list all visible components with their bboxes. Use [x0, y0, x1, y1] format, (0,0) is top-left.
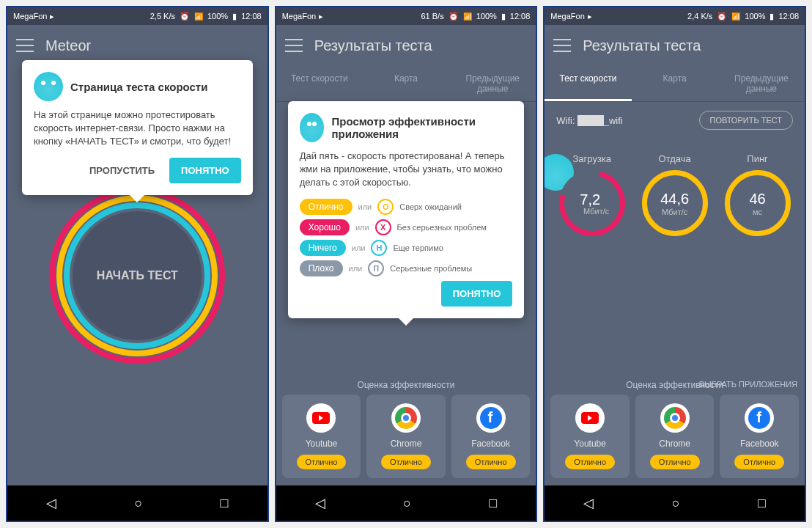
tab-speed[interactable]: Тест скорости [276, 66, 363, 101]
app-title: Результаты теста [583, 37, 701, 54]
metric-label: Загрузка [572, 153, 611, 164]
fb-icon [745, 403, 774, 433]
tab-map[interactable]: Карта [363, 66, 449, 101]
tab-history[interactable]: Предыдущие данные [449, 66, 536, 101]
phone-screen-2: MegaFon ▸ 61 B/s⏰100%▮12:08 Результаты т… [275, 6, 538, 522]
rating-pill: Ничего [300, 240, 346, 256]
tabs: Тест скорости Карта Предыдущие данные [276, 66, 536, 102]
app-card[interactable]: Youtube Отлично [550, 395, 630, 478]
intro-tooltip: Страница теста скорости На этой странице… [22, 60, 253, 195]
battery-label: 100% [207, 12, 228, 21]
tabs: Тест скорости Карта Предыдущие данные [545, 66, 805, 102]
wifi-label: Wifi: [556, 115, 575, 126]
fb-icon [476, 403, 506, 433]
start-test-circle[interactable]: НАЧАТЬ ТЕСТ [49, 188, 225, 364]
status-bar: MegaFon ▸ 61 B/s⏰100%▮12:08 [276, 7, 536, 25]
phone-screen-3: MegaFon ▸ 2,4 K/s⏰100%▮12:08 Результаты … [543, 6, 806, 522]
apps-section: Оценка эффективности Youtube Отлично Chr… [276, 368, 536, 485]
metric-value: 44,6 [660, 191, 689, 208]
start-test-label: НАЧАТЬ ТЕСТ [73, 211, 202, 340]
legend-row: Плохо или П Серьезные проблемы [300, 260, 513, 276]
tab-speed[interactable]: Тест скорости [545, 66, 631, 101]
recent-button[interactable]: □ [221, 496, 229, 511]
app-title: Meteor [45, 37, 91, 54]
rating-desc: Еще терпимо [393, 243, 443, 252]
recent-button[interactable]: □ [758, 496, 766, 511]
menu-icon[interactable] [553, 39, 571, 52]
select-apps-button[interactable]: ВЫБРАТЬ ПРИЛОЖЕНИЯ [699, 380, 797, 389]
metric-label: Отдача [659, 153, 691, 164]
yt-icon [306, 403, 336, 433]
home-button[interactable]: ○ [672, 496, 680, 511]
rating-pill: Отлично [300, 199, 353, 215]
yt-icon [575, 403, 605, 433]
skip-button[interactable]: ПРОПУСТИТЬ [81, 158, 163, 183]
app-bar: Результаты теста [545, 25, 805, 66]
app-rating: Отлично [381, 455, 431, 469]
back-button[interactable]: ◁ [583, 495, 594, 511]
status-bar: MegaFon ▸ 2,4 K/s⏰100%▮12:08 [545, 7, 805, 25]
app-name: Facebook [740, 439, 779, 449]
nav-bar: ◁ ○ □ [7, 485, 267, 521]
metrics-row: Загрузка 7,2 Мбит/с Отдача 44,6 Мбит/с П… [545, 139, 805, 265]
tab-map[interactable]: Карта [632, 66, 718, 101]
back-button[interactable]: ◁ [315, 495, 325, 511]
app-name: Youtube [574, 439, 606, 449]
legend-row: Ничего или Н Еще терпимо [300, 240, 513, 256]
app-name: Chrome [391, 439, 422, 449]
menu-icon[interactable] [16, 39, 34, 52]
ok-button[interactable]: ПОНЯТНО [441, 281, 513, 307]
home-button[interactable]: ○ [403, 496, 411, 511]
nav-bar: ◁ ○ □ [276, 485, 536, 521]
metric-circle: 44,6 Мбит/с [642, 170, 708, 236]
metric-unit: Мбит/с [583, 206, 609, 215]
metric-unit: мс [753, 208, 762, 216]
rating-pill: Плохо [300, 260, 343, 276]
recent-button[interactable]: □ [489, 496, 497, 511]
section-label: Оценка эффективности [276, 375, 536, 395]
tooltip-title: Просмотр эффективности приложения [331, 115, 512, 140]
metric: Загрузка 7,2 Мбит/с [559, 153, 625, 236]
metric-label: Пинг [747, 153, 768, 164]
mascot-icon [300, 113, 325, 142]
app-bar: Результаты теста [276, 25, 536, 66]
apps-section: Оценка эффективности ВЫБРАТЬ ПРИЛОЖЕНИЯ … [545, 368, 805, 485]
app-card[interactable]: Chrome Отлично [366, 395, 446, 478]
app-rating: Отлично [734, 455, 784, 469]
menu-icon[interactable] [285, 39, 303, 52]
app-card[interactable]: Youtube Отлично [282, 395, 361, 478]
rating-abbr: П [368, 260, 384, 276]
legend-row: Отлично или О Сверх ожиданий [300, 199, 513, 215]
rating-desc: Сверх ожиданий [399, 202, 462, 211]
rating-abbr: Н [371, 240, 387, 256]
rating-abbr: Х [375, 219, 391, 235]
ok-button[interactable]: ПОНЯТНО [169, 158, 241, 183]
rating-pill: Хорошо [300, 219, 350, 235]
section-label: Оценка эффективности ВЫБРАТЬ ПРИЛОЖЕНИЯ [545, 375, 805, 395]
app-rating: Отлично [565, 455, 615, 469]
metric-circle: 7,2 Мбит/с [547, 158, 637, 249]
app-name: Chrome [659, 439, 690, 449]
app-card[interactable]: Facebook Отлично [720, 395, 799, 478]
status-bar: MegaFon ▸ 2,5 K/s⏰100%▮12:08 [7, 7, 267, 25]
app-name: Youtube [306, 439, 338, 449]
rating-desc: Серьезные проблемы [390, 264, 472, 273]
carrier-label: MegaFon [13, 12, 47, 21]
wifi-name: _wifi [604, 115, 623, 126]
metric: Пинг 46 мс [725, 153, 791, 236]
home-button[interactable]: ○ [134, 496, 142, 511]
rating-abbr: О [377, 199, 394, 215]
speed-label: 2,5 K/s [150, 12, 175, 21]
metric-value: 7,2 [580, 191, 600, 208]
tooltip-title: Страница теста скорости [70, 81, 207, 93]
retry-button[interactable]: ПОВТОРИТЬ ТЕСТ [699, 111, 793, 130]
tab-history[interactable]: Предыдущие данные [718, 66, 805, 101]
chrome-icon [391, 403, 421, 433]
metric-value: 46 [749, 191, 765, 208]
metric: Отдача 44,6 Мбит/с [642, 153, 708, 236]
legend-row: Хорошо или Х Без серьезных проблем [300, 219, 513, 235]
app-card[interactable]: Chrome Отлично [635, 395, 715, 478]
back-button[interactable]: ◁ [46, 495, 56, 511]
metric-circle: 46 мс [725, 170, 791, 236]
app-card[interactable]: Facebook Отлично [451, 395, 531, 478]
